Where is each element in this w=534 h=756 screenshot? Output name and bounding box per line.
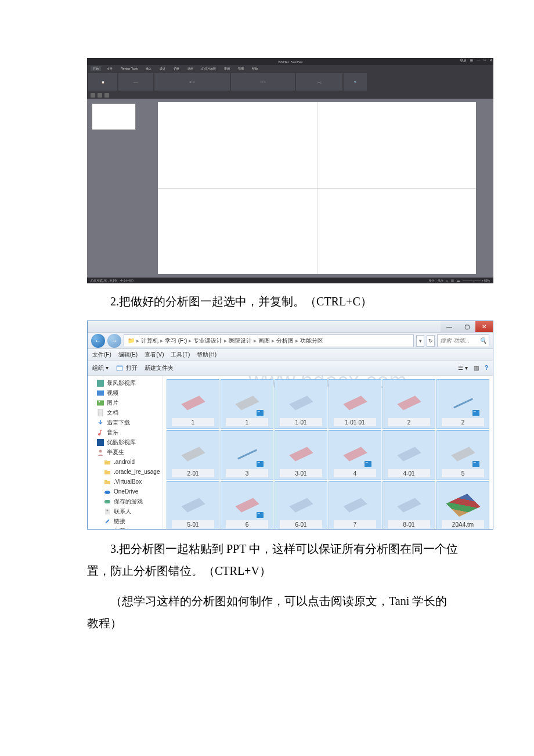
file-thumbnail-icon	[338, 440, 373, 468]
ppt-tab[interactable]: 文件	[104, 66, 115, 71]
sidebar-item[interactable]: 文档	[88, 408, 163, 417]
file-tile[interactable]: 6-01	[275, 481, 327, 529]
refresh-button[interactable]: ↻	[427, 335, 435, 347]
ppt-tab[interactable]: 审阅	[222, 66, 232, 71]
explorer-content[interactable]: www.bdocx.com 111-011-01-01222-0133-0144…	[163, 376, 493, 529]
menu-edit[interactable]: 编辑(E)	[118, 351, 138, 359]
help-button[interactable]: ?	[485, 365, 488, 371]
ppt-group-paragraph[interactable]: ≡ ≡ ≡	[231, 73, 295, 91]
ppt-slide-canvas[interactable]	[158, 102, 476, 274]
ppt-minimize[interactable]: —	[477, 58, 480, 63]
ppt-tab[interactable]: Review Tools	[118, 66, 140, 71]
ppt-group-font[interactable]: B I U	[154, 73, 230, 91]
breadcrumb-item[interactable]: 专业课设计	[193, 337, 222, 345]
ppt-login[interactable]: 登录	[460, 58, 467, 63]
file-tile[interactable]: 3	[221, 430, 273, 480]
path-dropdown[interactable]: ▾	[416, 335, 424, 347]
ppt-tab[interactable]: 帮助	[250, 66, 260, 71]
file-tile[interactable]: 1	[167, 379, 219, 429]
file-tile[interactable]: 2	[383, 379, 435, 429]
file-thumbnail-icon	[392, 491, 427, 519]
file-tile[interactable]: 20A4.tm	[436, 481, 489, 529]
breadcrumb-item[interactable]: 功能分区	[300, 337, 323, 345]
file-tile[interactable]: 1-01	[275, 379, 327, 429]
file-tile[interactable]: 4-01	[383, 430, 435, 480]
organize-button[interactable]: 组织 ▾	[92, 364, 109, 372]
sidebar-item[interactable]: .VirtualBox	[88, 477, 163, 487]
breadcrumb-item[interactable]: 计算机	[141, 337, 158, 345]
menu-view[interactable]: 查看(V)	[145, 351, 164, 359]
sidebar-item[interactable]: OneDrive	[88, 487, 163, 496]
file-tile[interactable]: 1-01-01	[329, 379, 381, 429]
ppt-tab[interactable]: 设计	[157, 66, 168, 71]
file-tile[interactable]: 4	[329, 430, 381, 480]
ppt-group-drawing[interactable]: ◇○△	[296, 73, 342, 91]
ppt-tab[interactable]: 视图	[236, 66, 246, 71]
view-mode-button[interactable]: ☰ ▾	[458, 365, 468, 371]
sidebar-item[interactable]: 收藏夹	[88, 526, 163, 529]
search-input[interactable]: 搜索 功能... 🔍	[437, 334, 489, 347]
caption-step-3: 3.把分析图一起粘贴到 PPT 中，这样可以保证所有分析图在同一个位置，防止分析…	[87, 538, 459, 582]
ppt-tab[interactable]: 开始	[91, 66, 101, 71]
qat-undo-icon[interactable]	[98, 93, 102, 98]
breadcrumb-item[interactable]: 画图	[258, 337, 270, 345]
ppt-group-editing[interactable]: 🔍	[344, 73, 367, 91]
file-tile[interactable]: 2	[436, 379, 489, 429]
sidebar-item[interactable]: 迅雷下载	[88, 417, 163, 427]
qat-redo-icon[interactable]	[104, 93, 109, 98]
file-tile[interactable]: 8-01	[383, 481, 435, 529]
ppt-tabs[interactable]: 开始文件Review Tools插入设计切换动画幻灯片放映审阅视图帮助	[87, 65, 493, 72]
sidebar-item[interactable]: 联系人	[88, 506, 163, 516]
breadcrumb-sep: ▸	[160, 337, 163, 344]
ppt-tab[interactable]: 幻灯片放映	[199, 66, 218, 71]
ppt-share-icon[interactable]: ⊞	[470, 58, 473, 63]
svg-rect-4	[97, 400, 104, 405]
back-button[interactable]: ←	[91, 334, 105, 348]
ppt-slide-thumb-1[interactable]	[92, 103, 136, 130]
file-tile[interactable]: 5	[436, 430, 489, 480]
ppt-tab[interactable]: 切换	[171, 66, 182, 71]
menu-file[interactable]: 文件(F)	[92, 351, 111, 359]
explorer-sidebar[interactable]: 暴风影视库视频图片文档迅雷下载音乐优酷影视库半夏生.android.oracle…	[88, 376, 163, 529]
forward-button[interactable]: →	[107, 334, 121, 348]
qat-save-icon[interactable]	[91, 93, 95, 98]
menu-help[interactable]: 帮助(H)	[197, 351, 217, 359]
ppt-tab[interactable]: 动画	[185, 66, 196, 71]
sidebar-item[interactable]: 视频	[88, 388, 163, 398]
exp-maximize-button[interactable]: ▢	[458, 321, 475, 332]
file-tile[interactable]: 3-01	[275, 430, 327, 480]
exp-close-button[interactable]: ✕	[475, 321, 493, 332]
ppt-group-clipboard[interactable]: 📋	[88, 73, 117, 91]
ppt-tab[interactable]: 插入	[143, 66, 154, 71]
sidebar-item[interactable]: 暴风影视库	[88, 378, 163, 388]
sidebar-item[interactable]: .android	[88, 457, 163, 467]
sidebar-item[interactable]: 图片	[88, 398, 163, 408]
music-icon	[97, 429, 104, 436]
ppt-group-slides[interactable]: ▭▭	[118, 73, 153, 91]
sidebar-item[interactable]: 音乐	[88, 427, 163, 437]
menu-tools[interactable]: 工具(T)	[171, 351, 190, 359]
ppt-maximize[interactable]: □	[484, 58, 486, 63]
breadcrumb-sep: ▸	[136, 337, 139, 344]
ppt-close[interactable]: ✕	[489, 58, 492, 63]
sidebar-item[interactable]: 优酷影视库	[88, 437, 163, 447]
sidebar-item[interactable]: .oracle_jre_usage	[88, 467, 163, 477]
breadcrumb[interactable]: 📁▸计算机▸学习 (F:)▸专业课设计▸医院设计▸画图▸分析图▸功能分区	[124, 334, 414, 347]
preview-pane-button[interactable]: ▥	[474, 365, 479, 371]
file-tile[interactable]: 7	[329, 481, 381, 529]
open-button[interactable]: 打开	[116, 364, 138, 372]
exp-minimize-button[interactable]: —	[441, 321, 458, 332]
sidebar-item[interactable]: 半夏生	[88, 447, 163, 457]
file-tile[interactable]: 1	[221, 379, 273, 429]
sidebar-item[interactable]: 保存的游戏	[88, 496, 163, 506]
file-tile[interactable]: 6	[221, 481, 273, 529]
breadcrumb-item[interactable]: 医院设计	[229, 337, 252, 345]
ppt-thumbnails-pane[interactable]	[87, 99, 140, 278]
file-tile[interactable]: 5-01	[167, 481, 219, 529]
breadcrumb-item[interactable]: 分析图	[276, 337, 294, 345]
sidebar-item[interactable]: 链接	[88, 516, 163, 526]
file-thumbnail-icon	[446, 389, 481, 417]
new-folder-button[interactable]: 新建文件夹	[145, 364, 174, 372]
file-tile[interactable]: 2-01	[167, 430, 219, 480]
breadcrumb-item[interactable]: 学习 (F:)	[165, 337, 187, 345]
